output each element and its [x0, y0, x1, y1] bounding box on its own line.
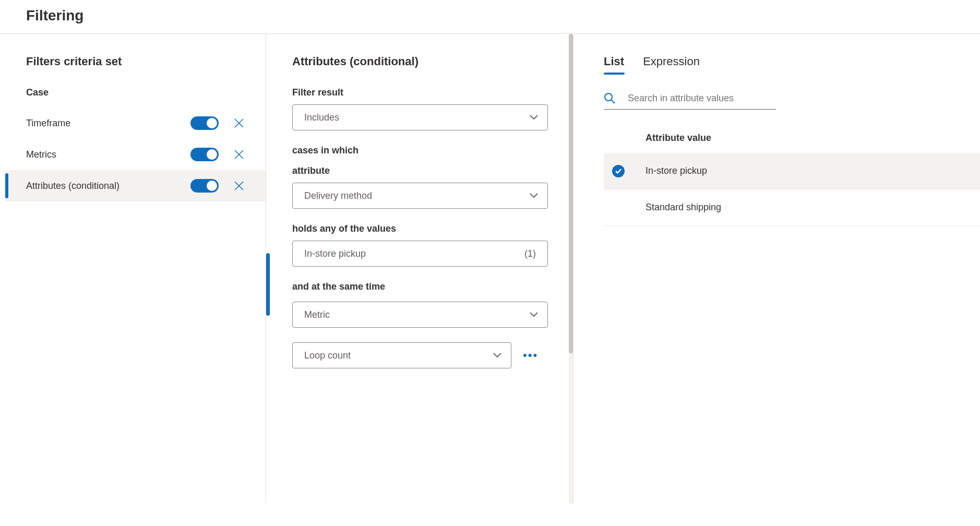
holds-values-label: holds any of the values [292, 223, 573, 234]
holds-values-field[interactable]: In-store pickup (1) [292, 241, 548, 267]
attr-value-standard-shipping[interactable]: Standard shipping [604, 189, 980, 226]
close-icon[interactable] [233, 117, 245, 129]
attribute-label: attribute [292, 165, 573, 176]
attribute-values-panel: List Expression Attribute value In-store… [573, 34, 980, 504]
same-time-select[interactable]: Metric [292, 302, 548, 328]
chevron-down-icon [530, 113, 538, 122]
filter-detail-panel: Attributes (conditional) Filter result I… [266, 34, 573, 504]
attribute-value-header: Attribute value [604, 133, 980, 144]
cases-in-which-text: cases in which [292, 145, 573, 156]
filter-result-label: Filter result [292, 87, 573, 98]
attr-value-label: In-store pickup [646, 165, 707, 176]
scrollbar[interactable] [569, 34, 573, 504]
attr-value-label: Standard shipping [646, 202, 721, 213]
attr-value-in-store-pickup[interactable]: In-store pickup [604, 153, 980, 189]
values-mode-tabs: List Expression [604, 55, 980, 74]
main-layout: Filters criteria set Case Timeframe Metr… [0, 34, 980, 504]
filter-row-metrics[interactable]: Metrics [5, 139, 266, 170]
holds-values-count: (1) [524, 248, 536, 259]
filter-label: Attributes (conditional) [26, 181, 190, 192]
toggle-metrics[interactable] [190, 148, 219, 161]
holds-values-text: In-store pickup [304, 248, 524, 259]
page-title: Filtering [26, 7, 980, 24]
filter-label: Timeframe [26, 118, 190, 129]
attribute-select[interactable]: Delivery method [292, 183, 548, 209]
search-input[interactable] [628, 93, 776, 104]
filter-row-timeframe[interactable]: Timeframe [5, 107, 266, 139]
search-icon [604, 92, 615, 104]
filter-row-attributes-conditional[interactable]: Attributes (conditional) [5, 170, 266, 201]
toggle-timeframe[interactable] [190, 116, 219, 130]
select-value: Metric [304, 309, 530, 320]
chevron-down-icon [493, 351, 501, 360]
more-options-icon[interactable]: ••• [523, 350, 538, 361]
select-value: Loop count [304, 350, 493, 361]
filters-criteria-panel: Filters criteria set Case Timeframe Metr… [0, 34, 266, 504]
close-icon[interactable] [233, 149, 245, 160]
check-icon [612, 165, 625, 177]
filters-group-case: Case [26, 87, 266, 98]
filter-result-select[interactable]: Includes [292, 104, 548, 130]
same-time-label: and at the same time [292, 281, 573, 292]
chevron-down-icon [530, 310, 538, 319]
page-header: Filtering [0, 0, 980, 34]
tab-expression[interactable]: Expression [643, 55, 700, 74]
svg-point-0 [605, 93, 612, 101]
scrollbar-thumb[interactable] [569, 34, 573, 353]
select-value: Delivery method [304, 190, 530, 201]
filter-detail-title: Attributes (conditional) [292, 55, 573, 68]
filter-label: Metrics [26, 149, 190, 160]
loop-count-select[interactable]: Loop count [292, 342, 511, 368]
close-icon[interactable] [233, 180, 245, 192]
chevron-down-icon [530, 192, 538, 200]
tab-list[interactable]: List [604, 55, 624, 74]
filters-criteria-title: Filters criteria set [26, 55, 266, 68]
toggle-attributes-conditional[interactable] [190, 179, 219, 193]
select-value: Includes [304, 112, 530, 123]
loop-count-row: Loop count ••• [292, 342, 573, 368]
active-block-indicator [266, 253, 270, 316]
search-attribute-values[interactable] [604, 92, 776, 110]
